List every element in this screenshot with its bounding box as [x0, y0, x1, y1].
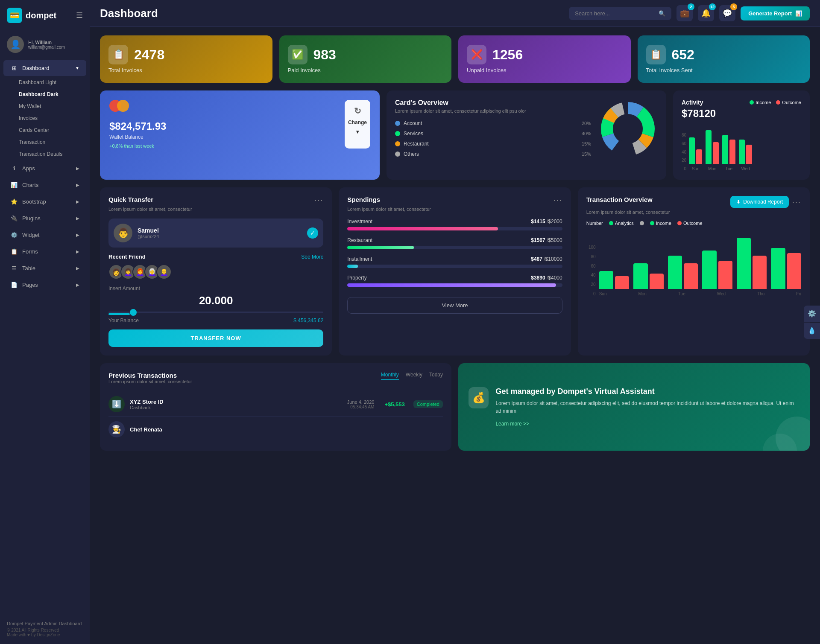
activity-y-axis: 806040200 [682, 133, 689, 171]
content-area: 📋 2478 Total Invoices ✅ 983 Paid Invoice… [90, 27, 820, 644]
sidebar-item-forms[interactable]: 📋 Forms ▶ [3, 244, 86, 259]
number-label: Number [586, 221, 603, 226]
restaurant-pct: 15% [582, 141, 591, 146]
check-icon: ✓ [307, 227, 318, 239]
hamburger-button[interactable]: ☰ [76, 11, 83, 20]
sidebar-item-plugins[interactable]: 🔌 Plugins ▶ [3, 210, 86, 226]
to-bar-tue-income [668, 256, 682, 289]
sub-dashboard-dark[interactable]: Dashboard Dark [0, 88, 90, 100]
investment-current: $1415 [531, 219, 545, 224]
activity-panel: Activity Income Outcome $78120 [673, 90, 810, 180]
sidebar-item-bootstrap[interactable]: ⭐ Bootstrap ▶ [3, 194, 86, 210]
message-badge: 5 [730, 3, 737, 10]
last-row: Previous Transactions Lorem ipsum dolor … [100, 363, 810, 451]
search-box[interactable]: 🔍 [569, 7, 671, 20]
sub-transaction-details[interactable]: Transaction Details [0, 148, 90, 160]
person-handle: @sum224 [138, 234, 159, 239]
transaction-overview-menu[interactable]: ··· [792, 198, 801, 207]
briefcase-icon-btn[interactable]: 💼 2 [676, 5, 693, 21]
header: Dashboard 🔍 💼 2 🔔 12 💬 5 Generate Report… [90, 0, 820, 27]
label-tue: Tue [722, 166, 735, 171]
paid-invoices-number: 983 [313, 47, 336, 63]
logo-text: dompet [26, 11, 56, 20]
total-sent-icon: 📋 [646, 45, 666, 64]
view-more-button[interactable]: View More [347, 297, 562, 314]
sub-transaction[interactable]: Transaction [0, 136, 90, 148]
to-income-dot [650, 221, 654, 225]
prev-transactions-desc: Lorem ipsum dolor sit amet, consectetur [108, 379, 192, 384]
change-button[interactable]: ↻ Change ▾ [345, 100, 370, 149]
download-icon: ⬇ [736, 199, 741, 205]
message-icon-btn[interactable]: 💬 5 [719, 5, 735, 21]
quick-transfer-menu[interactable]: ··· [314, 196, 323, 205]
change-label: Change [348, 119, 367, 125]
wallet-change: +0,8% than last week [109, 143, 338, 149]
search-input[interactable] [575, 10, 655, 17]
balance-value: $ 456,345.62 [293, 318, 323, 323]
avatar: 👤 [7, 36, 24, 53]
sub-cards-center[interactable]: Cards Center [0, 124, 90, 136]
analytics-label: Analytics [615, 221, 634, 226]
account-pct: 20% [582, 121, 591, 126]
sidebar-item-widget[interactable]: ⚙️ Widget ▶ [3, 227, 86, 243]
to-income-label: Income [656, 221, 671, 226]
transaction-1-status: Completed [413, 400, 443, 408]
tab-today[interactable]: Today [429, 372, 443, 380]
sidebar-item-table[interactable]: ☰ Table ▶ [3, 260, 86, 276]
sidebar-item-apps[interactable]: ℹ Apps ▶ [3, 160, 86, 176]
to-bar-thu-outcome [753, 256, 767, 289]
page-title: Dashboard [100, 7, 158, 20]
generate-report-button[interactable]: Generate Report 📊 [741, 6, 810, 20]
see-more-link[interactable]: See More [301, 254, 323, 260]
activity-bar-labels: Sun Mon Tue Wed [689, 166, 801, 171]
others-pct: 15% [582, 152, 591, 157]
logo-icon: 💳 [7, 8, 22, 23]
sidebar-user: 👤 Hi, William william@gmail.com [0, 31, 90, 60]
wallet-balance: $824,571.93 [109, 120, 338, 132]
analytics-off-dot [640, 221, 644, 225]
sub-my-wallet[interactable]: My Wallet [0, 100, 90, 112]
spendings-menu[interactable]: ··· [554, 196, 562, 205]
charts-icon: 📊 [10, 182, 18, 188]
paid-invoices-icon: ✅ [288, 45, 308, 64]
services-pct: 40% [582, 131, 591, 136]
tab-monthly[interactable]: Monthly [381, 372, 399, 380]
sidebar-item-dashboard[interactable]: ⊞ Dashboard ▼ [3, 60, 86, 76]
to-bar-sun-income [599, 271, 613, 289]
amount-slider[interactable] [108, 312, 323, 315]
settings-float-button[interactable]: ⚙️ [804, 306, 820, 322]
sidebar-item-charts[interactable]: 📊 Charts ▶ [3, 177, 86, 193]
to-outcome-label: Outcome [683, 221, 703, 226]
download-report-button[interactable]: ⬇ Download Report [730, 196, 789, 208]
main-area: Dashboard 🔍 💼 2 🔔 12 💬 5 Generate Report… [90, 0, 820, 644]
to-bar-wed-outcome [718, 261, 732, 289]
to-bar-sun-outcome [615, 276, 629, 289]
unpaid-invoices-label: Unpaid Invoices [467, 67, 622, 73]
transaction-overview-panel: Transaction Overview ⬇ Download Report ·… [578, 187, 810, 356]
sub-dashboard-light[interactable]: Dashboard Light [0, 76, 90, 88]
theme-float-button[interactable]: 💧 [804, 323, 820, 339]
sidebar-item-pages[interactable]: 📄 Pages ▶ [3, 277, 86, 293]
dashboard-label: Dashboard [22, 65, 50, 71]
spendings-desc: Lorem ipsum dolor sit amet, consectetur [347, 207, 562, 212]
to-bar-labels: Sun Mon Tue Wed Thu Fri [599, 291, 801, 296]
tab-weekly[interactable]: Weekly [406, 372, 422, 380]
bell-badge: 12 [709, 3, 716, 10]
learn-more-link[interactable]: Learn more >> [495, 421, 800, 427]
transaction-overview-title: Transaction Overview [586, 196, 653, 203]
stat-card-total-sent: 📋 652 Total Invoices Sent [638, 35, 810, 83]
bootstrap-label: Bootstrap [22, 198, 46, 205]
balance-row: Your Balance $ 456,345.62 [108, 318, 323, 323]
total-invoices-icon: 📋 [108, 45, 128, 64]
spending-investment: Investment $1415 /$2000 [347, 219, 562, 230]
virtual-assistant-desc: Lorem ipsum dolor sit amet, consectetur … [495, 399, 800, 415]
footer-made-with: Made with ♥ by DesignZone [7, 632, 83, 637]
prev-transactions-panel: Previous Transactions Lorem ipsum dolor … [100, 363, 451, 451]
chart-icon: 📊 [795, 10, 802, 17]
income-dot [750, 100, 754, 105]
bell-icon-btn[interactable]: 🔔 12 [698, 5, 714, 21]
transfer-now-button[interactable]: TRANSFER NOW [108, 329, 323, 347]
sub-invoices[interactable]: Invoices [0, 112, 90, 124]
briefcase-badge: 2 [688, 3, 694, 10]
installment-label: Installment [347, 256, 372, 262]
